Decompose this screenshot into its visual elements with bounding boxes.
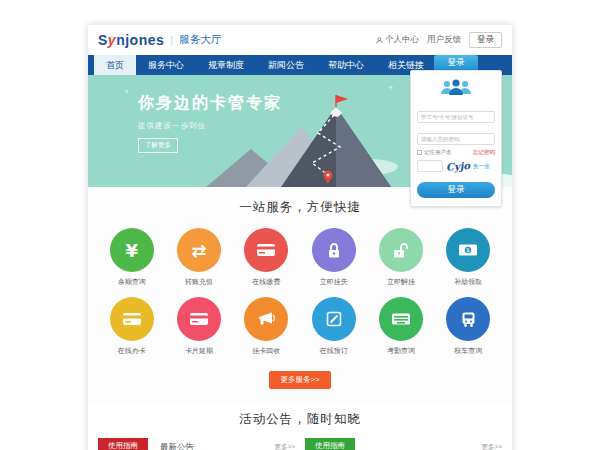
logo-prefix: S	[98, 32, 108, 48]
services-grid: ¥ 余额查询 ⇄ 转账充值 在线缴费 立即挂失	[98, 228, 502, 356]
nav-item-rules[interactable]: 规章制度	[196, 55, 256, 75]
forgot-password-link[interactable]: 忘记密码	[473, 149, 495, 156]
feedback-link[interactable]: 用户反馈	[427, 34, 461, 46]
service-item-school-bus[interactable]: 校车查询	[435, 297, 502, 356]
transfer-icon[interactable]: ⇄	[177, 228, 221, 272]
login-submit-button[interactable]: 登录	[417, 182, 495, 198]
header-login-button[interactable]: 登录	[469, 32, 502, 48]
more-link[interactable]: 更多>>	[481, 438, 502, 450]
feedback-label: 用户反馈	[427, 34, 461, 46]
more-services-button[interactable]: 更多服务>>	[269, 371, 332, 389]
hero-cta-button[interactable]: 了解更多	[138, 138, 178, 153]
hero-title: 你身边的卡管专家	[138, 93, 282, 114]
remember-checkbox[interactable]	[417, 150, 422, 155]
service-item-subsidy[interactable]: $ 补助领取	[435, 228, 502, 287]
site-page: Synjones | 服务大厅 个人中心 用户反馈 登录 首页 服务中心 规章制…	[88, 25, 512, 450]
attendance-icon[interactable]	[379, 297, 423, 341]
service-label: 校车查询	[435, 346, 502, 356]
service-item-attendance[interactable]: 考勤查询	[367, 297, 434, 356]
logo-accent: y	[108, 32, 116, 48]
yuan-icon[interactable]: ¥	[110, 228, 154, 272]
login-panel: 登录 记住用户名 忘记密码 Cyj	[410, 55, 502, 207]
bus-icon[interactable]	[446, 297, 490, 341]
services-section: 一站服务，方便快捷 ¥ 余额查询 ⇄ 转账充值 在线缴费 立即挂失	[88, 187, 512, 403]
nav-item-service-center[interactable]: 服务中心	[136, 55, 196, 75]
service-label: 立即解挂	[367, 277, 434, 287]
password-input[interactable]	[417, 133, 495, 145]
announcements-section: 活动公告，随时知晓 使用指南 最新公告 更多>> 使用指南 更多>>	[88, 403, 512, 450]
announcements-left-panel: 使用指南 最新公告 更多>>	[98, 438, 295, 450]
remember-label: 记住用户名	[424, 149, 452, 156]
service-item-transfer[interactable]: ⇄ 转账充值	[165, 228, 232, 287]
site-name: 服务大厅	[179, 33, 221, 47]
nav-item-news[interactable]: 新闻公告	[256, 55, 316, 75]
service-label: 在线办卡	[98, 346, 165, 356]
service-label: 补助领取	[435, 277, 502, 287]
banknote-icon[interactable]: $	[446, 228, 490, 272]
service-label: 挂卡回收	[233, 346, 300, 356]
guide-ribbon-tab[interactable]: 使用指南	[98, 438, 148, 450]
card-icon[interactable]	[244, 228, 288, 272]
service-item-unfreeze[interactable]: 立即解挂	[367, 228, 434, 287]
personal-center-link[interactable]: 个人中心	[376, 34, 419, 46]
service-item-balance[interactable]: ¥ 余额查询	[98, 228, 165, 287]
lock-icon[interactable]	[312, 228, 356, 272]
nav-item-help[interactable]: 帮助中心	[316, 55, 376, 75]
service-label: 转账充值	[165, 277, 232, 287]
service-label: 卡片延期	[165, 346, 232, 356]
captcha-refresh-link[interactable]: 换一张	[473, 163, 490, 170]
announcements-title: 活动公告，随时知晓	[98, 411, 502, 428]
service-item-card-extension[interactable]: 卡片延期	[165, 297, 232, 356]
unlock-icon[interactable]	[379, 228, 423, 272]
edit-icon[interactable]	[312, 297, 356, 341]
login-tab[interactable]: 登录	[434, 55, 478, 70]
announcements-right-panel: 使用指南 更多>>	[305, 438, 502, 450]
logo[interactable]: Synjones	[98, 32, 164, 48]
megaphone-icon[interactable]	[244, 297, 288, 341]
service-label: 立即挂失	[300, 277, 367, 287]
users-icon	[417, 78, 495, 100]
service-label: 在线缴费	[233, 277, 300, 287]
captcha-image: Cyjo	[446, 160, 471, 173]
account-input[interactable]	[417, 111, 495, 123]
hero-subtitle: 提供建设一步到位	[138, 121, 282, 131]
service-label: 考勤查询	[367, 346, 434, 356]
card-icon[interactable]	[110, 297, 154, 341]
top-header: Synjones | 服务大厅 个人中心 用户反馈 登录	[88, 25, 512, 55]
service-label: 在线预订	[300, 346, 367, 356]
nav-item-home[interactable]: 首页	[94, 55, 136, 75]
latest-news-tab[interactable]: 最新公告	[148, 438, 206, 450]
svg-text:$: $	[466, 246, 470, 253]
service-item-report-loss[interactable]: 立即挂失	[300, 228, 367, 287]
service-item-card-recycle[interactable]: 挂卡回收	[233, 297, 300, 356]
logo-rest: njones	[116, 32, 164, 48]
service-item-online-booking[interactable]: 在线预订	[300, 297, 367, 356]
service-item-pay[interactable]: 在线缴费	[233, 228, 300, 287]
logo-divider: |	[170, 34, 173, 46]
more-link[interactable]: 更多>>	[274, 438, 295, 450]
service-label: 余额查询	[98, 277, 165, 287]
personal-center-label: 个人中心	[385, 34, 419, 46]
plus-decoration: +	[124, 87, 129, 97]
user-icon	[376, 37, 383, 44]
service-item-apply-card[interactable]: 在线办卡	[98, 297, 165, 356]
captcha-input[interactable]	[417, 160, 443, 172]
card-icon[interactable]	[177, 297, 221, 341]
guide-ribbon-tab[interactable]: 使用指南	[305, 438, 355, 450]
